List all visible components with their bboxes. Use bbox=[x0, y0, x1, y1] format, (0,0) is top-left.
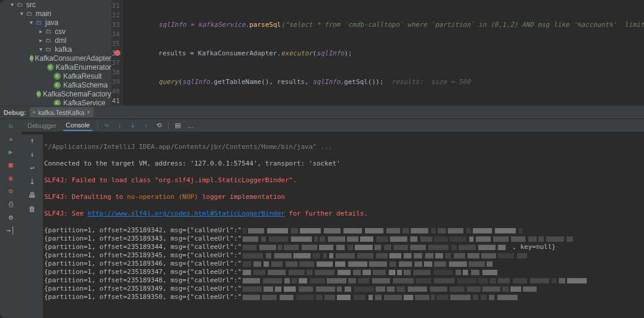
tree-label: src bbox=[26, 1, 36, 9]
pin-icon[interactable]: →│ bbox=[6, 226, 16, 235]
tree-node-dml[interactable]: ▸ 🗀 dml bbox=[0, 36, 112, 45]
debug-label: Debug: bbox=[4, 109, 26, 116]
force-step-into-icon[interactable]: ⇣ bbox=[129, 121, 137, 130]
console-line: {partition=1, offset=235189347, msg={"ca… bbox=[44, 268, 644, 276]
tree-node-kafka[interactable]: ▾ 🗀 kafka bbox=[0, 45, 112, 54]
stop-icon[interactable]: ■ bbox=[6, 160, 16, 170]
tree-label: java bbox=[45, 18, 58, 27]
tree-label: KafkaService bbox=[63, 99, 106, 106]
rerun-icon[interactable]: ↻ bbox=[6, 121, 16, 130]
console-line: {partition=1, offset=235189344, msg={"ca… bbox=[44, 243, 644, 251]
tree-node-csv[interactable]: ▸ 🗀 csv bbox=[0, 27, 112, 36]
ide-window: ▾ 🗀 src ▾ 🗀 main ▾ 🗀 java ▸ 🗀 csv bbox=[0, 0, 644, 318]
tree-label: KafkaConsumerAdapter bbox=[35, 54, 112, 63]
debug-panel: Debug: ⌖ kafka.TestKafka × ↻ ▵ ▶ ■ ◉ ⊘ ⎙… bbox=[0, 105, 644, 318]
class-icon: C bbox=[30, 55, 34, 62]
evaluate-icon[interactable]: ▤ bbox=[174, 121, 182, 130]
tree-node-class[interactable]: CKafkaConsumerAdapter bbox=[0, 54, 112, 63]
twisty-icon[interactable]: ▾ bbox=[8, 1, 16, 8]
tree-label: kafka bbox=[55, 45, 72, 54]
breakpoints-icon[interactable]: ◉ bbox=[6, 173, 16, 183]
tree-label: KafkaResult bbox=[63, 72, 102, 80]
code-editor[interactable]: 31 32 33 34 35 36 37 38 39 40 41 42 43 4… bbox=[112, 0, 644, 105]
class-icon: C bbox=[54, 73, 61, 80]
debug-tab-bar: Debug: ⌖ kafka.TestKafka × bbox=[0, 106, 644, 119]
console-line: {partition=1, offset=235189345, msg={"ca… bbox=[44, 251, 644, 260]
class-icon: C bbox=[54, 99, 61, 106]
package-icon: 🗀 bbox=[44, 36, 52, 45]
tree-label: dml bbox=[55, 36, 66, 45]
debug-run-tab[interactable]: ⌖ kafka.TestKafka × bbox=[30, 107, 94, 117]
tree-label: KafkaEnumerator bbox=[55, 63, 111, 71]
breakpoint-icon[interactable] bbox=[114, 50, 120, 56]
code-area[interactable]: sqlInfo = kafkaService.parseSql("select … bbox=[123, 0, 644, 105]
console-line: {partition=1, offset=235189343, msg={"ca… bbox=[44, 235, 644, 243]
tree-label: main bbox=[36, 10, 51, 18]
editor-gutter: 31 32 33 34 35 36 37 38 39 40 41 42 43 4… bbox=[112, 0, 123, 105]
step-over-icon[interactable]: ⤼ bbox=[103, 121, 111, 130]
top-split: ▾ 🗀 src ▾ 🗀 main ▾ 🗀 java ▸ 🗀 csv bbox=[0, 0, 644, 105]
settings-icon[interactable]: ⚙ bbox=[6, 213, 16, 222]
tree-node-class[interactable]: CKafkaService bbox=[0, 98, 112, 105]
class-icon: C bbox=[47, 64, 54, 71]
project-tree[interactable]: ▾ 🗀 src ▾ 🗀 main ▾ 🗀 java ▸ 🗀 csv bbox=[0, 0, 112, 105]
modify-run-icon[interactable]: ▵ bbox=[6, 134, 16, 144]
console-line: {partition=1, offset=235189350, msg={"ca… bbox=[44, 293, 644, 301]
twisty-icon[interactable]: ▾ bbox=[18, 10, 25, 17]
console-line: {partition=1, offset=235189342, msg={"ca… bbox=[44, 226, 644, 235]
debug-run-tab-label: kafka.TestKafka bbox=[38, 109, 85, 116]
debug-action-strip: ↻ ▵ ▶ ■ ◉ ⊘ ⎙ ⚙ →│ bbox=[0, 119, 21, 318]
twisty-icon[interactable]: ▸ bbox=[37, 28, 44, 35]
trace-icon[interactable]: … bbox=[187, 121, 195, 130]
tree-node-class[interactable]: CKafkaSchemaFactory bbox=[0, 89, 112, 98]
close-icon[interactable]: × bbox=[87, 109, 91, 116]
package-icon: 🗀 bbox=[44, 27, 52, 36]
camera-icon[interactable]: ⎙ bbox=[6, 199, 16, 209]
tree-node-class[interactable]: CKafkaResult bbox=[0, 71, 112, 80]
console: ↑ ↓ ↩ ⤓ 🖶 🗑 "/Applications/IntelliJ IDEA… bbox=[21, 132, 644, 318]
folder-icon: 🗀 bbox=[25, 10, 33, 18]
twisty-icon[interactable]: ▸ bbox=[37, 37, 44, 43]
tree-label: KafkaSchemaFactory bbox=[43, 90, 112, 98]
clear-icon[interactable]: 🗑 bbox=[27, 204, 37, 214]
scroll-end-icon[interactable]: ⤓ bbox=[27, 177, 37, 186]
console-line: {partition=1, offset=235189346, msg={"ca… bbox=[44, 260, 644, 268]
folder-icon: 🗀 bbox=[16, 1, 24, 9]
step-into-icon[interactable]: ↓ bbox=[116, 121, 124, 130]
tab-console[interactable]: Console bbox=[63, 120, 92, 131]
folder-icon: 🗀 bbox=[35, 18, 43, 27]
console-action-strip: ↑ ↓ ↩ ⤓ 🖶 🗑 bbox=[21, 135, 43, 318]
tree-label: KafkaSchema bbox=[63, 81, 108, 89]
debug-toolbar: Debugger Console ⤼ ↓ ⇣ ↑ ⟲ ▤ … bbox=[21, 119, 644, 132]
twisty-icon[interactable]: ▾ bbox=[37, 46, 44, 52]
tree-node-class[interactable]: CKafkaEnumerator bbox=[0, 63, 112, 71]
class-icon: C bbox=[36, 91, 41, 98]
console-output[interactable]: "/Applications/IntelliJ IDEA.app/Content… bbox=[43, 135, 644, 318]
twisty-icon[interactable]: ▾ bbox=[27, 19, 35, 26]
package-icon: 🗀 bbox=[44, 45, 52, 54]
step-out-icon[interactable]: ↑ bbox=[142, 121, 150, 130]
scroll-up-icon[interactable]: ↑ bbox=[27, 136, 37, 145]
resume-icon[interactable]: ▶ bbox=[6, 147, 16, 157]
tree-node-java[interactable]: ▾ 🗀 java bbox=[0, 18, 112, 27]
console-line: {partition=1, offset=235189349, msg={"ca… bbox=[44, 285, 644, 293]
drop-frame-icon[interactable]: ⟲ bbox=[155, 121, 163, 130]
print-icon[interactable]: 🖶 bbox=[27, 191, 37, 200]
class-icon: C bbox=[54, 82, 61, 89]
scroll-down-icon[interactable]: ↓ bbox=[27, 149, 37, 159]
tab-debugger[interactable]: Debugger bbox=[25, 121, 58, 130]
soft-wrap-icon[interactable]: ↩ bbox=[27, 163, 37, 173]
console-line: {partition=1, offset=235189348, msg={"ca… bbox=[44, 276, 644, 285]
tree-node-main[interactable]: ▾ 🗀 main bbox=[0, 9, 112, 18]
bug-icon: ⌖ bbox=[32, 108, 36, 116]
mute-icon[interactable]: ⊘ bbox=[6, 186, 16, 196]
tree-node-src[interactable]: ▾ 🗀 src bbox=[0, 0, 112, 9]
tree-node-class[interactable]: CKafkaSchema bbox=[0, 80, 112, 89]
tree-label: csv bbox=[55, 27, 66, 36]
